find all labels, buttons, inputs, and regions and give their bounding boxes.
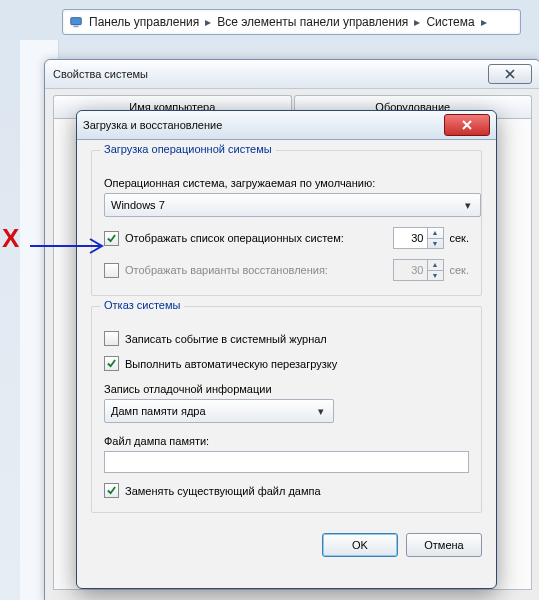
- checkbox-label: Выполнить автоматическую перезагрузку: [125, 358, 337, 370]
- spinner-buttons[interactable]: ▲▼: [428, 227, 444, 249]
- breadcrumb-seg[interactable]: Система: [426, 15, 474, 29]
- spinner-buttons: ▲▼: [428, 259, 444, 281]
- checkbox-label: Отображать варианты восстановления:: [125, 264, 387, 276]
- checkbox-label: Записать событие в системный журнал: [125, 333, 327, 345]
- recovery-timeout-spinner: ▲▼: [393, 259, 444, 281]
- breadcrumb-seg[interactable]: Все элементы панели управления: [217, 15, 408, 29]
- select-value: Windows 7: [111, 199, 165, 211]
- spinner-up-icon: ▲: [428, 260, 443, 270]
- checkbox-show-recovery[interactable]: [104, 263, 119, 278]
- dialog-titlebar[interactable]: Загрузка и восстановление: [77, 111, 496, 140]
- annotation-x-mark: X: [2, 225, 19, 251]
- default-os-select[interactable]: Windows 7 ▾: [104, 193, 481, 217]
- breadcrumb-seg[interactable]: Панель управления: [89, 15, 199, 29]
- dialog-title: Загрузка и восстановление: [83, 119, 222, 131]
- checkbox-write-event[interactable]: [104, 331, 119, 346]
- dump-file-input[interactable]: [104, 451, 469, 473]
- close-icon: [460, 120, 474, 130]
- close-button[interactable]: [488, 64, 532, 84]
- dump-type-select[interactable]: Дамп памяти ядра ▾: [104, 399, 334, 423]
- computer-icon: [69, 15, 83, 29]
- checkbox-label: Отображать список операционных систем:: [125, 232, 387, 244]
- select-value: Дамп памяти ядра: [111, 405, 206, 417]
- spinner-down-icon[interactable]: ▼: [428, 238, 443, 249]
- spinner-input[interactable]: [393, 227, 428, 249]
- spinner-up-icon[interactable]: ▲: [428, 228, 443, 238]
- window-title: Свойства системы: [53, 68, 148, 80]
- close-button[interactable]: [444, 114, 490, 136]
- group-system-failure: Отказ системы Записать событие в системн…: [91, 306, 482, 513]
- cancel-button[interactable]: Отмена: [406, 533, 482, 557]
- unit-label: сек.: [450, 232, 470, 244]
- unit-label: сек.: [450, 264, 470, 276]
- dump-file-label: Файл дампа памяти:: [104, 435, 469, 447]
- chevron-down-icon: ▾: [313, 405, 329, 418]
- svg-rect-0: [71, 18, 82, 25]
- checkbox-auto-restart[interactable]: [104, 356, 119, 371]
- chevron-down-icon: ▾: [460, 199, 476, 212]
- ok-button[interactable]: OK: [322, 533, 398, 557]
- chevron-right-icon: ▸: [205, 15, 211, 29]
- checkbox-overwrite-dump[interactable]: [104, 483, 119, 498]
- default-os-label: Операционная система, загружаемая по умо…: [104, 177, 469, 189]
- checkbox-label: Заменять существующий файл дампа: [125, 485, 321, 497]
- annotation-arrow-icon: [30, 237, 110, 255]
- breadcrumb[interactable]: Панель управления ▸ Все элементы панели …: [62, 9, 521, 35]
- startup-recovery-dialog: Загрузка и восстановление Загрузка опера…: [76, 110, 497, 589]
- svg-rect-1: [73, 26, 78, 28]
- chevron-right-icon: ▸: [481, 15, 487, 29]
- dump-info-label: Запись отладочной информации: [104, 383, 469, 395]
- os-list-timeout-spinner[interactable]: ▲▼: [393, 227, 444, 249]
- group-system-startup: Загрузка операционной системы Операционн…: [91, 150, 482, 296]
- titlebar[interactable]: Свойства системы: [45, 60, 539, 89]
- group-legend: Отказ системы: [100, 299, 184, 311]
- spinner-down-icon: ▼: [428, 270, 443, 281]
- chevron-right-icon: ▸: [414, 15, 420, 29]
- close-icon: [504, 69, 516, 79]
- group-legend: Загрузка операционной системы: [100, 143, 276, 155]
- spinner-input: [393, 259, 428, 281]
